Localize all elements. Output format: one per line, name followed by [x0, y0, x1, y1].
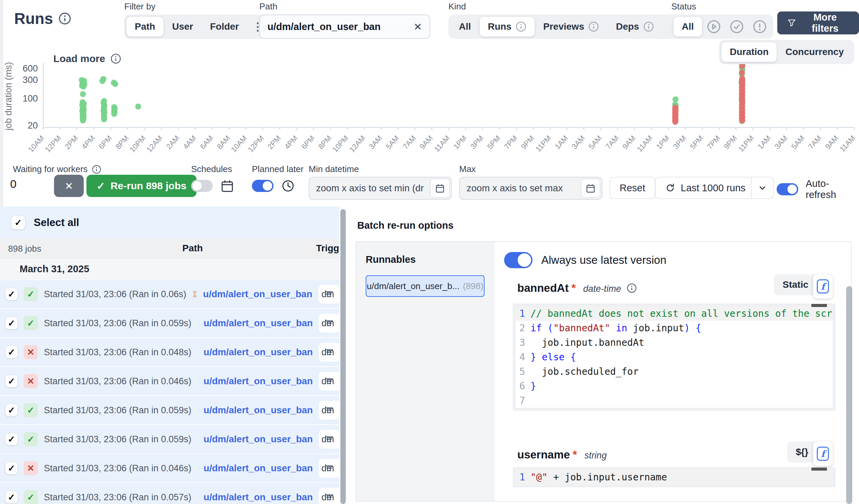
run-row[interactable]: ✓✕Started 31/03, 23:06 (Ran in 0.046s)u/… [0, 454, 340, 483]
run-path-link[interactable]: u/dm/alert_on_user_ban [203, 289, 312, 300]
load-more-button[interactable]: Load more [54, 53, 121, 64]
status-all[interactable]: All [674, 17, 702, 36]
run-path-link[interactable]: u/dm/alert_on_user_ban [204, 463, 313, 474]
editor-hscrollbar[interactable] [811, 468, 827, 471]
code-line[interactable]: 7 [516, 393, 833, 408]
row-action-button[interactable] [337, 459, 340, 478]
mode-template-label[interactable]: ${} [796, 447, 808, 457]
alert-circle-icon[interactable] [753, 19, 767, 34]
bannedat-code-editor[interactable]: 1// bannedAt does not exist on all versi… [513, 304, 835, 411]
status-label: Status [671, 1, 773, 12]
max-datetime-input[interactable]: zoom x axis to set max [459, 177, 602, 200]
run-dot-success[interactable] [80, 117, 86, 124]
run-path-link[interactable]: u/dm/alert_on_user_ban [204, 434, 313, 445]
kind-option-deps[interactable]: Deps [608, 17, 662, 36]
run-dot-success[interactable] [112, 81, 118, 87]
code-line[interactable]: 4} else { [516, 350, 833, 364]
code-line[interactable]: 1// bannedAt does not exist on all versi… [516, 306, 833, 321]
run-row[interactable]: ✓✕Started 31/03, 23:06 (Ran in 0.048s)u/… [0, 338, 340, 366]
run-row[interactable]: ✓✓Started 31/03, 23:06 (Ran in 0.059s)u/… [0, 425, 340, 453]
run-row[interactable]: ✓✓Started 31/03, 23:06 (Ran in 0.06s)u/d… [0, 280, 340, 308]
check-circle-icon[interactable] [730, 19, 744, 34]
row-checkbox[interactable]: ✓ [5, 462, 18, 474]
run-dot-failure[interactable] [739, 69, 745, 76]
code-line[interactable]: 6} [516, 379, 833, 393]
select-all-row[interactable]: ✓ Select all [0, 206, 340, 239]
info-icon[interactable] [627, 283, 637, 293]
row-action-button[interactable] [337, 343, 340, 362]
tab-duration[interactable]: Duration [722, 42, 777, 62]
row-action-button[interactable] [337, 401, 340, 420]
code-line[interactable]: 2if ("bannedAt" in job.input) { [516, 321, 833, 335]
row-action-button[interactable] [337, 430, 340, 449]
row-checkbox[interactable]: ✓ [5, 404, 18, 416]
kind-option-all[interactable]: All [451, 17, 479, 36]
code-line[interactable]: 5 job.scheduled_for [516, 364, 833, 379]
min-datetime-input[interactable]: zoom x axis to set min (dr [308, 177, 452, 200]
more-filters-button[interactable]: More filters [777, 12, 859, 34]
planned-later-toggle[interactable] [252, 180, 273, 192]
run-path-link[interactable]: u/dm/alert_on_user_ban [204, 492, 313, 503]
run-row[interactable]: ✓✓Started 31/03, 23:06 (Ran in 0.057s)u/… [0, 483, 340, 504]
run-row[interactable]: ✓✓Started 31/03, 23:06 (Ran in 0.059s)u/… [0, 309, 340, 337]
row-action-button[interactable] [337, 372, 340, 391]
row-action-button[interactable] [337, 314, 340, 333]
path-filter-input[interactable]: u/dm/alert_on_user_ban ✕ [259, 15, 430, 39]
run-dot-failure[interactable] [739, 117, 745, 124]
clear-path-icon[interactable]: ✕ [413, 21, 422, 33]
code-line[interactable]: 1"@" + job.input.username [516, 470, 833, 485]
row-checkbox[interactable]: ✓ [5, 491, 18, 503]
row-checkbox[interactable]: ✓ [5, 288, 18, 300]
editor-hscrollbar[interactable] [811, 304, 827, 307]
kind-option-runs[interactable]: Runs [480, 17, 534, 36]
run-row[interactable]: ✓✕Started 31/03, 23:06 (Ran in 0.046s)u/… [0, 367, 340, 395]
auto-refresh-toggle[interactable] [777, 183, 798, 195]
field-name: username [517, 448, 570, 461]
schedules-toggle[interactable] [191, 180, 213, 192]
run-path-link[interactable]: u/dm/alert_on_user_ban [204, 318, 313, 329]
run-dot-success[interactable] [80, 84, 87, 90]
run-path-link[interactable]: u/dm/alert_on_user_ban [204, 405, 313, 415]
calendar-picker-button[interactable] [430, 178, 450, 198]
filter-by-user[interactable]: User [164, 17, 201, 36]
row-checkbox[interactable]: ✓ [5, 375, 18, 387]
rerun-jobs-button[interactable]: ✓ Re-run 898 jobs [87, 175, 197, 197]
run-dot-success[interactable] [111, 111, 117, 117]
cancel-selection-button[interactable]: ✕ [54, 175, 84, 197]
list-scrollbar[interactable] [340, 209, 346, 504]
username-code-editor[interactable]: 1"@" + job.input.username [513, 467, 835, 487]
row-action-button[interactable] [337, 488, 340, 504]
filter-by-folder[interactable]: Folder [202, 17, 247, 36]
required-mark: * [571, 282, 576, 295]
reset-button[interactable]: Reset [609, 177, 655, 199]
run-dot-success[interactable] [101, 116, 107, 123]
filter-by-path[interactable]: Path [126, 17, 163, 36]
run-row[interactable]: ✓✓Started 31/03, 23:06 (Ran in 0.059s)u/… [0, 396, 340, 424]
runs-count-dropdown[interactable] [751, 177, 773, 198]
mode-static-label[interactable]: Static [783, 279, 808, 290]
run-path-link[interactable]: u/dm/alert_on_user_ban [204, 347, 313, 358]
run-dot-success[interactable] [135, 104, 141, 110]
x-tick-label: 9PM [722, 134, 739, 151]
tab-concurrency[interactable]: Concurrency [777, 42, 852, 62]
code-line[interactable]: 3 job.input.bannedAt [516, 335, 833, 350]
javascript-mode-button[interactable]: f [813, 442, 833, 466]
row-checkbox[interactable]: ✓ [5, 317, 18, 329]
latest-version-toggle[interactable] [504, 252, 532, 268]
play-circle-icon[interactable] [707, 19, 721, 34]
row-checkbox[interactable]: ✓ [5, 346, 18, 358]
calendar-picker-button[interactable] [581, 178, 600, 198]
select-all-checkbox[interactable]: ✓ [12, 216, 25, 230]
row-action-button[interactable] [337, 285, 340, 304]
run-dot-success[interactable] [80, 91, 86, 97]
run-dot-success[interactable] [99, 78, 105, 84]
run-dot-failure[interactable] [672, 119, 678, 125]
runnable-item[interactable]: u/dm/alert_on_user_b... (898) [366, 275, 484, 297]
run-path-link[interactable]: u/dm/alert_on_user_ban [204, 376, 313, 387]
info-icon[interactable] [58, 12, 71, 25]
panel-scrollbar[interactable] [846, 286, 852, 504]
row-checkbox[interactable]: ✓ [5, 433, 18, 445]
kind-option-previews[interactable]: Previews [535, 17, 607, 36]
runs-count-button[interactable]: Last 1000 runs [655, 177, 774, 199]
javascript-mode-button[interactable]: f [813, 274, 833, 299]
